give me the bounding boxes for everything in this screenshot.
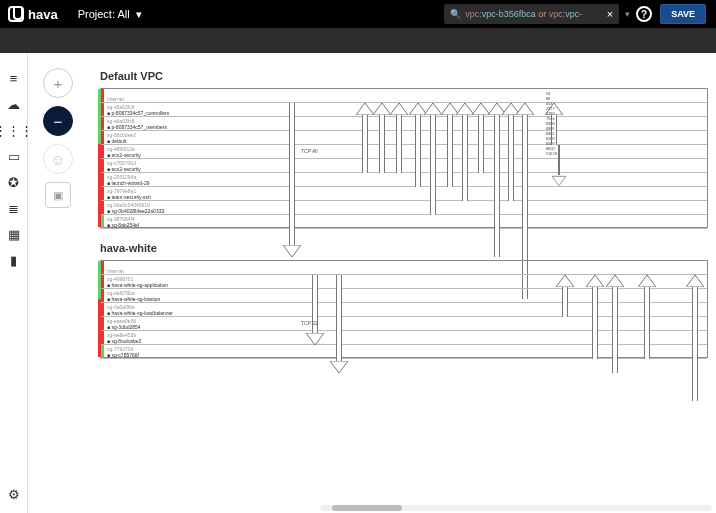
status-mark xyxy=(101,131,104,144)
status-mark xyxy=(101,289,104,302)
sg-label: sg-4998701■ hava-white-sg-application xyxy=(107,276,168,288)
sg-label: sg-7979e8e1■ team-security-ssh xyxy=(107,188,151,200)
status-mark xyxy=(101,317,104,330)
sg-row[interactable]: sg-eaea0e86■ sg-3dbd2854 xyxy=(101,317,707,331)
sg-label: sg-489f612e■ ecs2-security xyxy=(107,146,141,158)
sg-row[interactable]: sg-c765706d■ ecs2-security xyxy=(101,159,707,173)
sg-label: sg-0be0c54045619■ sg-0b4028bfee22a0333 xyxy=(107,202,164,214)
grid-icon[interactable]: ▦ xyxy=(7,227,21,241)
sg-row[interactable]: sg-489f612e■ ecs2-security xyxy=(101,145,707,159)
sg-row[interactable]: sg-def676ba■ hava-white-sg-bastion xyxy=(101,289,707,303)
sg-row[interactable]: sg-86c0dee2■ default xyxy=(101,131,707,145)
save-button[interactable]: SAVE xyxy=(660,4,706,24)
sg-row[interactable]: Internet xyxy=(101,261,707,275)
sub-bar xyxy=(0,28,716,53)
status-mark xyxy=(101,103,104,116)
panel-title: Default VPC xyxy=(100,70,708,82)
menu-icon[interactable]: ≡ xyxy=(7,71,21,85)
laptop-icon[interactable]: ▭ xyxy=(7,149,21,163)
shield-icon[interactable]: ✪ xyxy=(7,175,21,189)
list-icon[interactable]: ≣ xyxy=(7,201,21,215)
sg-row[interactable]: sg-a6a63fc8■ p-8087334c57_members xyxy=(101,117,707,131)
sg-row[interactable]: sg-987684f4■ sg-8ab254ef xyxy=(101,215,707,229)
scrollbar-thumb[interactable] xyxy=(332,505,402,511)
sg-label: sg-987684f4■ sg-8ab254ef xyxy=(107,216,139,228)
logo-text: hava xyxy=(28,7,58,22)
sg-label: sg-86c0dee2■ default xyxy=(107,132,136,144)
chevron-down-icon: ▾ xyxy=(136,8,142,21)
clear-search-icon[interactable]: × xyxy=(607,8,613,20)
zoom-in-button[interactable]: + xyxy=(43,68,73,98)
status-mark xyxy=(101,215,104,228)
sg-row[interactable]: sg-7792704■ sg-c785766f xyxy=(101,345,707,359)
main-canvas[interactable]: Default VPCInternetsg-a5a63fc9■ p-808733… xyxy=(80,60,716,505)
sg-label: sg-eaea0e86■ sg-3dbd2854 xyxy=(107,318,141,330)
proto-label: TCP All xyxy=(301,149,318,154)
status-mark xyxy=(101,89,104,102)
proto-label: TCP 22 xyxy=(301,321,318,326)
status-mark xyxy=(101,187,104,200)
settings-icon[interactable]: ⚙ xyxy=(7,487,21,501)
left-nav: ≡☁⋮⋮⋮▭✪≣▦▮⚙ xyxy=(0,53,28,513)
status-mark xyxy=(101,303,104,316)
sg-label: sg-c765706d■ ecs2-security xyxy=(107,160,141,172)
status-mark xyxy=(101,173,104,186)
logo[interactable]: hava xyxy=(8,6,58,22)
status-mark xyxy=(101,201,104,214)
sg-label: sg-2051294a■ launch-wizard-29 xyxy=(107,174,149,186)
project-label: Project: All xyxy=(78,8,130,20)
status-mark xyxy=(101,159,104,172)
search-query: vpc:vpc-b356fbca or vpc:vpc- xyxy=(465,9,603,19)
top-bar: hava Project: All ▾ 🔍 vpc:vpc-b356fbca o… xyxy=(0,0,716,28)
sg-row[interactable]: sg-0be0c54045619■ sg-0b4028bfee22a0333 xyxy=(101,201,707,215)
status-mark xyxy=(101,345,104,358)
chat-button[interactable]: ☺ xyxy=(43,144,73,174)
horizontal-scrollbar[interactable] xyxy=(320,505,712,511)
sg-row[interactable]: sg-2051294a■ launch-wizard-29 xyxy=(101,173,707,187)
project-selector[interactable]: Project: All ▾ xyxy=(78,8,142,21)
sg-label: sg-7792704■ sg-c785766f xyxy=(107,346,139,358)
tool-column: + − ☺ ▣ xyxy=(40,68,76,208)
sg-label: sg-def676ba■ hava-white-sg-bastion xyxy=(107,290,160,302)
status-mark xyxy=(101,117,104,130)
search-icon: 🔍 xyxy=(450,9,461,19)
status-mark xyxy=(101,275,104,288)
apps-icon[interactable]: ⋮⋮⋮ xyxy=(7,123,21,137)
sg-row[interactable]: Internet xyxy=(101,89,707,103)
status-mark xyxy=(101,145,104,158)
diagram-panel: Default VPCInternetsg-a5a63fc9■ p-808733… xyxy=(100,70,708,228)
diagram[interactable]: Internetsg-a5a63fc9■ p-8087334c57_contro… xyxy=(100,88,708,228)
search-input[interactable]: 🔍 vpc:vpc-b356fbca or vpc:vpc- × xyxy=(444,4,619,24)
status-mark xyxy=(101,261,104,274)
diagram-panel: hava-whiteInternetsg-4998701■ hava-white… xyxy=(100,242,708,358)
sg-label: sg-a5a63fc9■ p-8087334c57_controllers xyxy=(107,104,169,116)
sg-label: Internet xyxy=(107,96,124,102)
sg-row[interactable]: sg-ee8e458b■ sg-8solcabe3 xyxy=(101,331,707,345)
help-button[interactable]: ? xyxy=(636,6,652,22)
search-dropdown-icon[interactable]: ▾ xyxy=(625,9,630,19)
sg-label: Internet xyxy=(107,268,124,274)
sg-label: sg-0a0af96e■ hava-white-sg-loadbalancer xyxy=(107,304,173,316)
sg-row[interactable]: sg-0a0af96e■ hava-white-sg-loadbalancer xyxy=(101,303,707,317)
chart-icon[interactable]: ▮ xyxy=(7,253,21,267)
logo-icon xyxy=(8,6,24,22)
sg-row[interactable]: sg-a5a63fc9■ p-8087334c57_controllers xyxy=(101,103,707,117)
sg-label: sg-a6a63fc8■ p-8087334c57_members xyxy=(107,118,167,130)
status-mark xyxy=(101,331,104,344)
panel-title: hava-white xyxy=(100,242,708,254)
stop-button[interactable]: ▣ xyxy=(45,182,71,208)
sg-row[interactable]: sg-4998701■ hava-white-sg-application xyxy=(101,275,707,289)
zoom-out-button[interactable]: − xyxy=(43,106,73,136)
sg-label: sg-ee8e458b■ sg-8solcabe3 xyxy=(107,332,141,344)
diagram[interactable]: Internetsg-4998701■ hava-white-sg-applic… xyxy=(100,260,708,358)
sg-row[interactable]: sg-7979e8e1■ team-security-ssh xyxy=(101,187,707,201)
port-list: 5380443237747897946830083018302840085008… xyxy=(546,91,557,156)
cloud-icon[interactable]: ☁ xyxy=(7,97,21,111)
